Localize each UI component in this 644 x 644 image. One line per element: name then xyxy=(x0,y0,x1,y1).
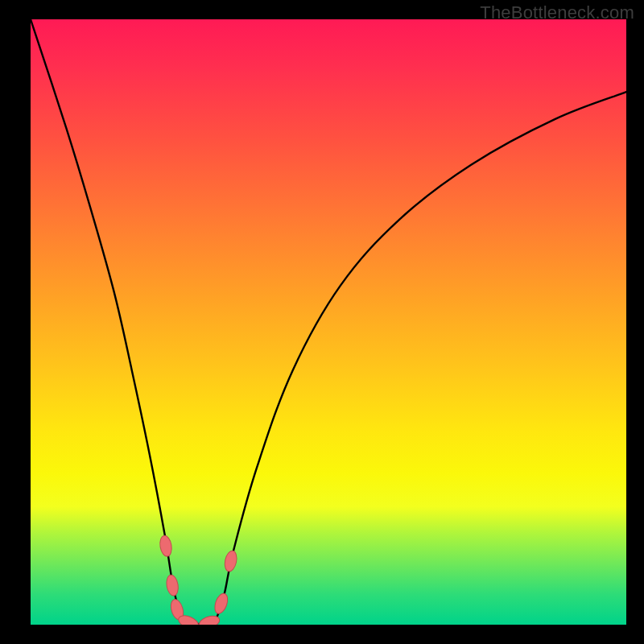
bottleneck-curve xyxy=(31,19,626,624)
chart-overlay xyxy=(31,19,626,625)
left-marker-mid xyxy=(165,574,180,597)
right-marker-low xyxy=(213,592,230,615)
chart-plot-area xyxy=(31,19,626,625)
right-marker-top xyxy=(223,550,238,572)
watermark-text: TheBottleneck.com xyxy=(480,2,634,23)
chart-frame: TheBottleneck.com xyxy=(0,0,644,644)
left-marker-top xyxy=(159,535,173,557)
